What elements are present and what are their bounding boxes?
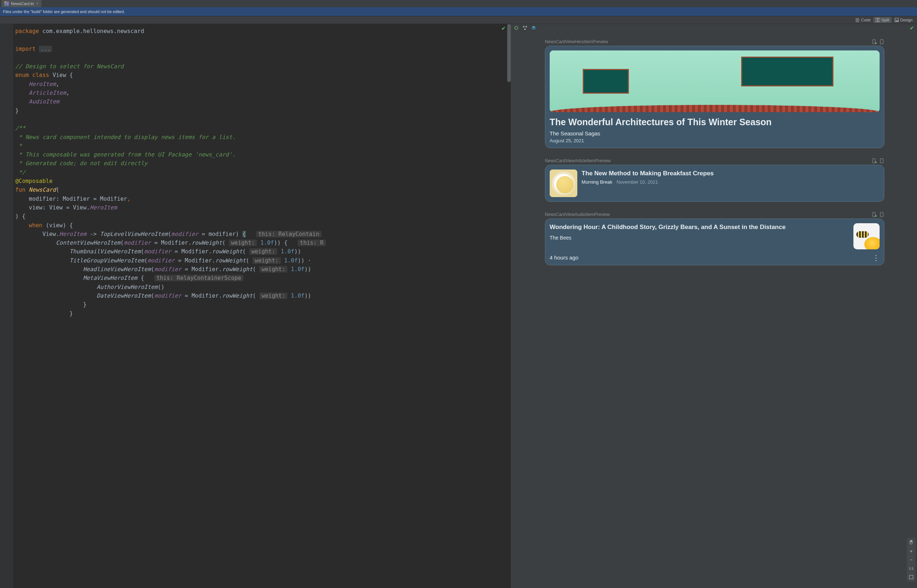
- zoom-ratio-button[interactable]: 1:1: [907, 564, 915, 573]
- file-tab-bar: NewsCard.kt ×: [0, 0, 917, 7]
- zoom-in-button[interactable]: +: [907, 547, 915, 555]
- tok-comment: // Design to select for NewsCard: [15, 63, 124, 70]
- zoom-out-button[interactable]: −: [907, 555, 915, 564]
- mode-design-button[interactable]: Design: [892, 17, 915, 23]
- tok-fn-name: NewsCard: [26, 187, 56, 193]
- inlay-hint: this: RelayContain: [256, 231, 322, 237]
- tok-import: import: [15, 46, 36, 52]
- audio-author: The Bees: [550, 235, 849, 241]
- deploy-preview-icon[interactable]: [872, 158, 877, 163]
- zoom-fit-button[interactable]: [907, 573, 915, 582]
- mode-design-label: Design: [900, 18, 913, 22]
- svg-rect-19: [909, 575, 913, 579]
- main-split: ✔ package com.example.hellonews.newscard…: [0, 24, 917, 588]
- mode-split-button[interactable]: Split: [873, 17, 891, 23]
- hero-date: August 25, 2021: [550, 138, 880, 143]
- svg-rect-16: [873, 212, 875, 217]
- design-view-icon: [894, 18, 899, 22]
- article-thumbnail: [550, 170, 577, 197]
- inlay-hint: weight:: [259, 266, 287, 273]
- interactive-mode-icon[interactable]: [522, 26, 528, 31]
- mode-code-button[interactable]: Code: [853, 17, 873, 23]
- hero-thumbnail: [550, 50, 880, 112]
- svg-point-14: [875, 162, 876, 163]
- tok-kdoc: /**: [15, 125, 26, 131]
- tok-heroitem: HeroItem: [29, 81, 56, 87]
- preview-audio-block: NewsCardViewAudioItemPreview Wondering H…: [545, 212, 884, 265]
- audio-timestamp: 4 hours ago: [550, 254, 578, 261]
- svg-rect-3: [876, 18, 877, 22]
- mode-code-label: Code: [861, 18, 870, 22]
- svg-rect-15: [880, 158, 883, 163]
- svg-rect-13: [873, 158, 875, 163]
- svg-point-17: [875, 215, 876, 217]
- preview-article-label: NewsCardViewArticleItemPreview: [545, 158, 611, 163]
- svg-rect-9: [524, 29, 526, 30]
- tok-audioitem: AudioItem: [29, 99, 59, 105]
- svg-rect-7: [523, 26, 525, 27]
- preview-audio-label: NewsCardViewAudioItemPreview: [545, 212, 610, 217]
- code-view-icon: [855, 18, 860, 22]
- code-area[interactable]: package com.example.hellonews.newscard i…: [13, 24, 511, 588]
- inlay-hint: weight:: [259, 292, 287, 299]
- inlay-hint: this: R: [298, 239, 326, 246]
- tok-enum: enum class: [15, 72, 49, 78]
- device-preview-icon[interactable]: [879, 212, 884, 217]
- preview-pane: ✔ NewsCardViewHeroItemPreview: [511, 24, 917, 588]
- code-editor-pane[interactable]: ✔ package com.example.hellonews.newscard…: [0, 24, 511, 588]
- svg-point-11: [875, 42, 876, 44]
- hero-card[interactable]: The Wonderful Architectures of This Wint…: [545, 46, 884, 148]
- refresh-icon[interactable]: [514, 26, 519, 31]
- tok-fun: fun: [15, 187, 26, 193]
- generated-file-banner: Files under the "build" folder are gener…: [0, 7, 917, 16]
- svg-rect-8: [526, 26, 527, 27]
- preview-ok-icon: ✔: [910, 25, 914, 31]
- tok-articleitem: ArticleItem: [29, 90, 66, 96]
- article-card[interactable]: The New Method to Making Breakfast Crepe…: [545, 165, 884, 202]
- hero-author: The Seasonal Sagas: [550, 130, 880, 136]
- article-author: Morning Break: [582, 179, 612, 185]
- more-menu-icon[interactable]: ⋮: [872, 256, 880, 259]
- zoom-rail: + − 1:1: [907, 538, 915, 582]
- file-tab-newscard[interactable]: NewsCard.kt ×: [2, 0, 41, 7]
- device-preview-icon[interactable]: [879, 39, 884, 44]
- preview-toolbar: [511, 24, 917, 32]
- device-preview-icon[interactable]: [879, 158, 884, 163]
- editor-gutter: [0, 24, 13, 588]
- article-headline: The New Method to Making Breakfast Crepe…: [582, 170, 714, 177]
- layers-icon[interactable]: [531, 26, 536, 31]
- audio-headline: Wondering Hour: A Childhood Story, Grizz…: [550, 223, 849, 231]
- audio-thumbnail: [854, 223, 880, 249]
- tok-enum-decl: View {: [49, 72, 73, 78]
- view-mode-bar: Code Split Design: [0, 16, 917, 24]
- deploy-preview-icon[interactable]: [872, 39, 877, 44]
- inlay-hint: this: RelayContainerScope: [154, 275, 243, 281]
- split-view-icon: [876, 18, 880, 22]
- svg-rect-18: [880, 212, 883, 217]
- deploy-preview-icon[interactable]: [872, 212, 877, 217]
- inlay-hint: weight:: [229, 239, 257, 246]
- inlay-hint: weight:: [253, 257, 280, 264]
- preview-hero-block: NewsCardViewHeroItemPreview The Wonderfu…: [545, 39, 884, 148]
- preview-canvas[interactable]: NewsCardViewHeroItemPreview The Wonderfu…: [511, 32, 917, 588]
- svg-point-6: [896, 19, 896, 20]
- kotlin-file-icon: [4, 2, 9, 6]
- article-date: November 10, 2021: [617, 179, 658, 185]
- audio-card[interactable]: Wondering Hour: A Childhood Story, Grizz…: [545, 218, 884, 265]
- tok-import-fold[interactable]: ...: [39, 46, 52, 52]
- tok-package: package: [15, 28, 39, 34]
- preview-hero-label: NewsCardViewHeroItemPreview: [545, 39, 608, 44]
- svg-rect-4: [878, 18, 880, 22]
- banner-text: Files under the "build" folder are gener…: [3, 10, 125, 14]
- pan-tool-icon[interactable]: [907, 538, 915, 547]
- file-tab-label: NewsCard.kt: [11, 2, 34, 6]
- tok-package-name: com.example.hellonews.newscard: [39, 28, 144, 34]
- svg-rect-10: [873, 40, 875, 44]
- inlay-hint: weight:: [249, 248, 277, 255]
- hero-headline: The Wonderful Architectures of This Wint…: [550, 116, 880, 128]
- mode-split-label: Split: [881, 18, 889, 22]
- tok-annotation: @Composable: [15, 178, 53, 184]
- svg-rect-12: [880, 40, 883, 44]
- preview-article-block: NewsCardViewArticleItemPreview The New M…: [545, 158, 884, 202]
- close-tab-icon[interactable]: ×: [36, 1, 39, 6]
